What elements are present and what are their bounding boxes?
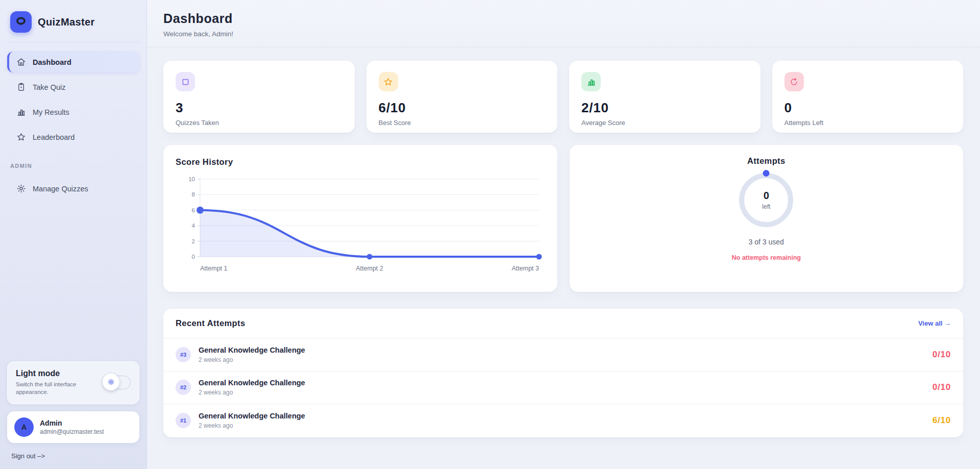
stat-card-average-score: 2/10 Average Score	[569, 61, 761, 133]
bar-chart-icon	[16, 107, 26, 117]
bar-chart-icon	[581, 72, 601, 91]
score-history-chart: 0246810Attempt 1Attempt 2Attempt 3	[176, 171, 545, 282]
home-icon	[16, 57, 26, 67]
main-nav: Dashboard Take Quiz My Results Leaderboa…	[7, 52, 139, 199]
sign-out-link[interactable]: Sign out –>	[7, 451, 139, 461]
donut-marker-dot	[763, 170, 770, 177]
star-icon	[16, 132, 26, 142]
theme-mode-card: Light mode Switch the full interface app…	[7, 361, 139, 404]
theme-mode-title: Light mode	[16, 369, 82, 378]
star-icon	[379, 72, 398, 91]
score-history-title: Score History	[176, 157, 545, 167]
recent-attempts-title: Recent Attempts	[176, 318, 246, 328]
sun-icon	[107, 378, 115, 386]
attempt-info: General Knowledge Challenge 2 weeks ago	[199, 346, 305, 363]
attempts-warning: No attempts remaining	[732, 254, 801, 261]
admin-section-label: ADMIN	[10, 163, 136, 169]
score-history-card: Score History 0246810Attempt 1Attempt 2A…	[163, 145, 557, 292]
stat-label: Quizzes Taken	[176, 119, 342, 127]
clipboard-icon	[16, 82, 26, 92]
page-subtitle: Welcome back, Admin!	[163, 30, 964, 38]
attempt-info: General Knowledge Challenge 2 weeks ago	[199, 379, 305, 396]
sidebar-item-label: Dashboard	[33, 58, 71, 66]
svg-text:10: 10	[188, 176, 195, 182]
attempt-title: General Knowledge Challenge	[199, 379, 305, 387]
attempt-title: General Knowledge Challenge	[199, 412, 305, 420]
svg-text:4: 4	[192, 223, 195, 229]
stat-value: 0	[785, 100, 951, 116]
quiz-card-icon	[176, 72, 195, 91]
page-header: Dashboard Welcome back, Admin!	[147, 0, 980, 47]
sidebar-item-my-results[interactable]: My Results	[7, 102, 139, 122]
svg-text:Attempt 1: Attempt 1	[200, 265, 228, 272]
donut-ring: 0 left	[739, 173, 793, 227]
user-info: Admin admin@quizmaster.test	[40, 419, 104, 435]
stat-value: 6/10	[379, 100, 546, 116]
sidebar-item-label: Take Quiz	[33, 83, 65, 91]
attempt-score: 6/10	[933, 415, 951, 426]
attempt-info: General Knowledge Challenge 2 weeks ago	[199, 412, 305, 429]
recent-attempts-card: Recent Attempts View all → #3 General Kn…	[163, 309, 963, 437]
dashboard-content: 3 Quizzes Taken 6/10 Best Score 2/10 Ave…	[147, 47, 980, 437]
view-all-link[interactable]: View all →	[918, 319, 951, 327]
stat-card-quizzes-taken: 3 Quizzes Taken	[163, 61, 355, 133]
stat-card-attempts-left: 0 Attempts Left	[772, 61, 964, 133]
user-name: Admin	[40, 419, 104, 427]
attempt-time: 2 weeks ago	[199, 356, 305, 363]
theme-mode-text: Light mode Switch the full interface app…	[16, 369, 82, 397]
sidebar-item-dashboard[interactable]: Dashboard	[7, 52, 139, 72]
sidebar-item-take-quiz[interactable]: Take Quiz	[7, 77, 139, 97]
sidebar-item-manage-quizzes[interactable]: Manage Quizzes	[7, 178, 139, 199]
attempts-left-label: left	[762, 203, 771, 210]
attempt-score: 0/10	[933, 350, 951, 360]
recent-attempts-header: Recent Attempts View all →	[163, 309, 963, 338]
attempt-time: 2 weeks ago	[199, 422, 305, 429]
page-title: Dashboard	[163, 11, 964, 26]
attempts-left-value: 0	[764, 190, 769, 202]
stat-label: Average Score	[581, 119, 748, 127]
theme-toggle[interactable]	[104, 376, 131, 389]
theme-mode-description: Switch the full interface appearance.	[16, 381, 82, 397]
svg-text:Attempt 3: Attempt 3	[512, 265, 540, 272]
app-logo: QuizMaster	[7, 7, 139, 42]
svg-text:8: 8	[192, 191, 195, 198]
svg-text:6: 6	[192, 207, 195, 213]
sidebar-spacer	[7, 199, 139, 361]
avatar: A	[14, 417, 34, 437]
attempt-time: 2 weeks ago	[199, 389, 305, 396]
attempt-row[interactable]: #1 General Knowledge Challenge 2 weeks a…	[163, 404, 963, 437]
stat-label: Attempts Left	[785, 119, 951, 127]
attempts-summary: 3 of 3 used	[749, 238, 784, 246]
sidebar: QuizMaster Dashboard Take Quiz My Result…	[0, 0, 147, 469]
stats-grid: 3 Quizzes Taken 6/10 Best Score 2/10 Ave…	[163, 61, 963, 133]
attempts-donut: 0 left	[739, 173, 793, 227]
sidebar-item-label: Leaderboard	[33, 133, 75, 141]
attempts-title: Attempts	[747, 156, 786, 166]
attempt-score: 0/10	[933, 382, 951, 392]
quizmaster-logo-icon	[10, 11, 32, 33]
stat-label: Best Score	[379, 119, 546, 127]
attempt-row[interactable]: #2 General Knowledge Challenge 2 weeks a…	[163, 372, 963, 405]
user-card[interactable]: A Admin admin@quizmaster.test	[7, 411, 139, 443]
attempt-badge: #1	[176, 413, 191, 428]
svg-text:2: 2	[192, 238, 195, 244]
svg-text:0: 0	[192, 254, 195, 260]
sidebar-item-label: My Results	[33, 108, 69, 116]
svg-text:Attempt 2: Attempt 2	[356, 265, 383, 272]
attempt-title: General Knowledge Challenge	[199, 346, 305, 354]
stat-value: 3	[176, 100, 342, 116]
attempt-badge: #3	[176, 347, 191, 362]
theme-toggle-knob[interactable]	[103, 374, 119, 390]
user-email: admin@quizmaster.test	[40, 428, 104, 435]
sidebar-item-label: Manage Quizzes	[33, 185, 88, 193]
stat-value: 2/10	[581, 100, 748, 116]
main-area: Dashboard Welcome back, Admin! 3 Quizzes…	[147, 0, 980, 469]
attempts-card: Attempts 0 left 3 of 3 used No attempts …	[570, 145, 964, 292]
app-title: QuizMaster	[38, 16, 95, 28]
gear-icon	[16, 184, 26, 193]
sidebar-item-leaderboard[interactable]: Leaderboard	[7, 127, 139, 147]
charts-row: Score History 0246810Attempt 1Attempt 2A…	[163, 145, 963, 292]
stat-card-best-score: 6/10 Best Score	[366, 61, 558, 133]
refresh-icon	[785, 72, 804, 91]
attempt-row[interactable]: #3 General Knowledge Challenge 2 weeks a…	[163, 338, 963, 372]
